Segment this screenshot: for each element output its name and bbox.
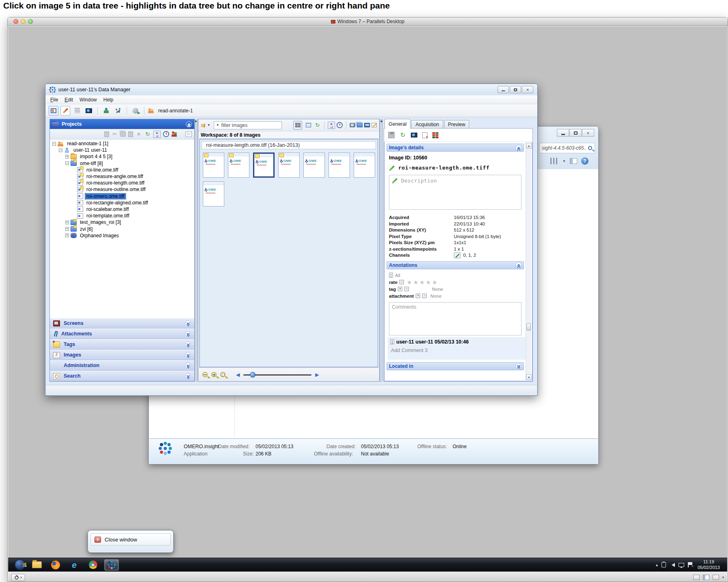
tree-expander[interactable]: +	[65, 221, 69, 224]
slider-left-arrow[interactable]: ◀	[236, 372, 240, 378]
remove-tag-button[interactable]: −	[404, 287, 409, 291]
taskbar-chrome-button[interactable]	[86, 559, 100, 571]
views-icon[interactable]	[550, 158, 558, 164]
tree-expander[interactable]: −	[65, 161, 69, 165]
tree-row[interactable]: −user-11 user-11	[50, 147, 194, 153]
thumbnail[interactable]: OME	[303, 152, 325, 178]
star-icon[interactable]: ★	[419, 279, 426, 286]
windows-desktop[interactable]: × sight-4.4.5-603-c65... ▼ ? ange by: Fo…	[8, 26, 727, 582]
star-icon[interactable]: ★	[413, 279, 420, 286]
close-button[interactable]: ×	[582, 129, 594, 137]
tree-expander[interactable]: +	[65, 227, 69, 231]
channels-icon[interactable]	[432, 132, 438, 138]
tree-row[interactable]: roi-measure-outline.ome.tiff	[50, 186, 194, 193]
remove-attachment-button[interactable]: −	[422, 294, 427, 298]
chevron-up-icon[interactable]	[515, 262, 522, 268]
thumbnail[interactable]: OME	[203, 152, 224, 178]
slider-right-arrow[interactable]: ▶	[315, 372, 319, 378]
annotate-button[interactable]	[60, 106, 70, 116]
taskbar-ie-button[interactable]: e	[67, 559, 82, 571]
tree-row[interactable]: roi-line.ome.tiff	[50, 167, 194, 173]
measure-tool-button[interactable]	[113, 106, 123, 116]
tab-general[interactable]: General	[384, 119, 410, 129]
metadata-scrollbar[interactable]: ▲ ▼	[526, 143, 531, 380]
refresh-icon[interactable]: ↻	[144, 131, 151, 137]
accordion-administration[interactable]: Administration	[50, 360, 194, 371]
preview-pane-icon[interactable]	[570, 158, 577, 164]
star-icon[interactable]: ★	[426, 279, 432, 286]
zoom-fit-icon[interactable]	[220, 372, 225, 377]
chevron-down-icon[interactable]	[185, 373, 191, 379]
edit-name-icon[interactable]	[389, 165, 395, 171]
user-button[interactable]	[101, 106, 111, 116]
tab-preview[interactable]: Preview	[444, 120, 470, 129]
tray-action-center-icon[interactable]: ×	[688, 562, 692, 567]
thumbnail[interactable]: OME	[203, 181, 224, 206]
chevron-up-icon[interactable]	[186, 121, 192, 127]
browse-view-button[interactable]	[49, 106, 58, 116]
taskbar-clock[interactable]: 11:19 05/02/2013	[698, 559, 720, 570]
vm-devices-icon[interactable]	[693, 575, 700, 580]
views-caret-icon[interactable]: ▼	[563, 159, 566, 163]
group-context-label[interactable]: read-annotate-1	[158, 108, 193, 114]
vm-power-button[interactable]: ▾	[11, 574, 25, 581]
slider-knob[interactable]	[250, 372, 256, 378]
tree-row[interactable]: roi-measure-angle.ome.tiff	[50, 173, 194, 180]
tray-network-icon[interactable]	[679, 563, 684, 567]
tree-row[interactable]: +test_images_roi [3]	[50, 219, 194, 225]
export-icon[interactable]	[422, 132, 427, 138]
projects-tree[interactable]: −read-annotate-1 [1]−user-11 user-11+imp…	[50, 140, 194, 318]
minimize-button[interactable]	[557, 129, 569, 137]
taskbar-firefox-button[interactable]	[48, 559, 63, 571]
tray-clipboard-icon[interactable]	[661, 562, 666, 567]
menu-file[interactable]: File	[47, 95, 61, 104]
add-tag-button[interactable]: +	[398, 287, 402, 291]
accordion-attachments[interactable]: Attachments	[50, 329, 194, 339]
explorer-search-input[interactable]: sight-4.4.5-603-c65...	[539, 143, 595, 153]
dm-titlebar[interactable]: user-11 user-11's Data Manager ×	[45, 84, 537, 95]
annotations-header[interactable]: Annotations	[387, 261, 524, 269]
sort-alphabetical-button[interactable]: a↓z	[328, 122, 335, 129]
refresh-icon[interactable]: ↻	[314, 122, 321, 129]
maximize-button[interactable]	[569, 129, 582, 137]
tray-volume-icon[interactable]	[670, 563, 675, 567]
tree-row[interactable]: +zvi [6]	[50, 225, 194, 232]
chevron-down-icon[interactable]	[185, 352, 191, 358]
accordion-search[interactable]: Search	[50, 371, 194, 381]
slideshow-icon[interactable]	[350, 123, 355, 127]
tree-expander[interactable]: −	[52, 142, 56, 146]
sort-alphabetical-button[interactable]: a↓z	[153, 131, 161, 138]
menu-help[interactable]: Help	[100, 95, 117, 104]
thumbnail[interactable]: OME	[329, 152, 350, 178]
image-manager-icon[interactable]	[364, 123, 370, 127]
refresh-icon[interactable]: ↻	[399, 132, 406, 138]
projects-header[interactable]: Projects	[50, 119, 194, 129]
right-splitter[interactable]: ◀	[380, 119, 383, 382]
edit-description-icon[interactable]	[392, 178, 397, 183]
rating-stars[interactable]: ★★★★★	[407, 279, 438, 286]
description-field[interactable]: Description	[389, 175, 522, 210]
tree-row[interactable]: roi-omero.ome.tiff	[50, 193, 194, 200]
sort-by-date-icon[interactable]	[163, 131, 169, 137]
tree-row[interactable]: +import 4 4 5 [3]	[50, 153, 194, 160]
close-window-item[interactable]: × Close window	[90, 533, 171, 545]
taskbar-omero-button[interactable]	[104, 559, 119, 571]
chevron-down-icon[interactable]	[185, 320, 191, 326]
filter-annotations-spinner[interactable]: ▴▾	[389, 273, 393, 278]
vm-windows-icon[interactable]	[713, 575, 719, 580]
chevron-up-icon[interactable]	[515, 145, 522, 151]
tree-row[interactable]: roi-scalebar.ome.tiff	[50, 206, 194, 213]
located-in-header[interactable]: Located in	[387, 362, 524, 370]
minimize-button[interactable]	[498, 86, 509, 93]
tree-row[interactable]: roi-measure-length.ome.tiff	[50, 180, 194, 186]
thumbnail[interactable]: OME	[278, 152, 300, 178]
importer-button[interactable]	[131, 106, 140, 116]
zoom-in-icon[interactable]	[211, 372, 217, 377]
maximize-button[interactable]	[510, 86, 521, 93]
image-view-button[interactable]	[84, 106, 94, 116]
comment-spinner[interactable]: ▴▾	[390, 339, 394, 344]
thumbnail[interactable]: OME	[253, 152, 275, 178]
comments-field[interactable]: Comments	[389, 302, 522, 335]
tab-acquisition[interactable]: Acquisition	[411, 120, 443, 129]
thumbnail-workspace[interactable]: roi-measure-length.ome.tiff (16-Jan-2013…	[199, 139, 378, 367]
